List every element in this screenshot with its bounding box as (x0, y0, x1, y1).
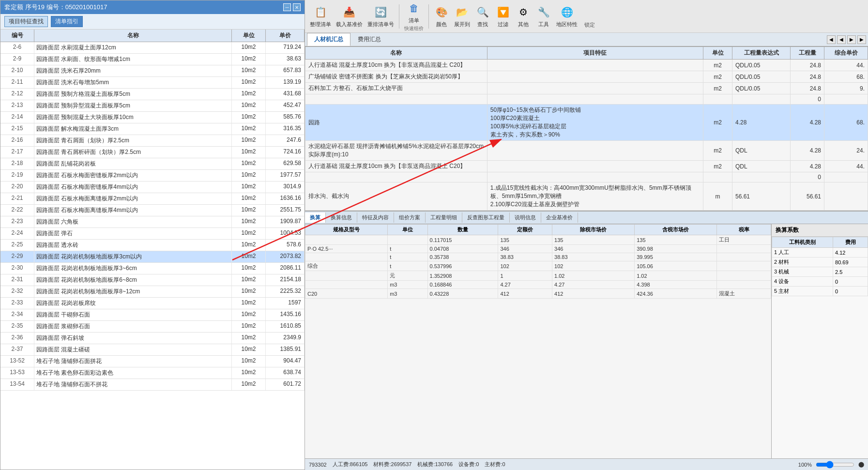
bottom-tab-工程量明细[interactable]: 工程量明细 (426, 212, 462, 223)
coeff-th-value: 费用 (833, 237, 868, 248)
feature-search-btn[interactable]: 项目特征查找 (4, 16, 48, 27)
td-qty: 24.8 (791, 60, 824, 71)
left-row[interactable]: 2-20 园路面层 石板水梅面密缝板厚4mm以内 10m2 3014.9 (0, 182, 305, 193)
bottom-th: 规格及型号 (305, 225, 388, 235)
status-right: 100% ⬤ (798, 461, 864, 469)
td-formula: QDL (732, 141, 791, 161)
left-row[interactable]: 2-11 园路面层 洗米石每增加5mm 10m2 139.19 (0, 77, 305, 89)
left-row[interactable]: 2-35 园路面层 浆砌卵石面 10m2 1610.85 (0, 321, 305, 333)
close-btn[interactable]: ✕ (293, 3, 301, 11)
table-row[interactable]: 人行道基础 混凝土厚度10cm 换为【非泵送商品混凝土 C20】 m2 QDL/… (305, 60, 868, 71)
td-formula: QDL (732, 161, 791, 172)
clear-guide-btn[interactable]: 清单指引 (51, 16, 83, 27)
left-row[interactable]: 2-25 园路面层 透水砖 10m2 578.6 (0, 240, 305, 251)
td-price (824, 182, 868, 211)
minimize-btn[interactable]: ─ (283, 3, 291, 11)
row-name: 园路面层 透水砖 (34, 240, 232, 251)
toolbar-other-btn[interactable]: ⚙ 其他 (514, 3, 533, 29)
toolbar-tidy-btn[interactable]: 📋 整理清单 (308, 3, 333, 29)
left-row[interactable]: 2-23 园路面层 六角板 10m2 1909.87 (0, 216, 305, 228)
toolbar-filter-btn[interactable]: 🔽 过滤 (493, 3, 513, 29)
row-name: 园路面层 干砌卵石面 (34, 309, 232, 320)
toolbar-clear-btn[interactable]: 🗑 清单 快速组价 (402, 0, 426, 33)
left-row[interactable]: 2-36 园路面层 弹石斜坡 10m2 2349.9 (0, 333, 305, 344)
table-row[interactable]: 广场铺铺设 密缝不拼图案 换为【芝麻灰火烧面花岗岩50厚】 m2 QDL/0.0… (305, 71, 868, 83)
bottom-row[interactable]: m3 0.168846 4.27 4.27 4.398 (305, 281, 771, 289)
table-row[interactable]: 0 (305, 94, 868, 105)
left-row[interactable]: 2-19 园路面层 石板水梅面密缝板厚2mm以内 10m2 1977.57 (0, 170, 305, 182)
tab-ctrl-down[interactable]: ◀ (837, 35, 846, 44)
bottom-row[interactable]: 0.117015 135 135 135 工日 (305, 235, 771, 245)
left-row[interactable]: 13-53 堆石子地 素色卵石面彩边素色 10m2 638.74 (0, 367, 305, 379)
bottom-row[interactable]: t 0.35738 38.83 38.83 39.995 (305, 253, 771, 261)
status-total: 793302 (309, 462, 327, 468)
row-name: 园路面层 预制异型混凝土面板厚5cm (34, 100, 232, 111)
toolbar-reset-btn[interactable]: 🔄 重排清单号 (365, 3, 396, 29)
left-row[interactable]: 2-16 园路面层 青石屑面（划块）厚2.5cm 10m2 247.6 (0, 135, 305, 147)
left-row[interactable]: 2-32 园路面层 花岗岩机制板地面板厚8~12cm 10m2 2225.32 (0, 286, 305, 298)
left-row[interactable]: 2-9 园路面层 水刷面、纹形面每增减1cm 10m2 38.63 (0, 54, 305, 65)
status-mainmat: 主材费:0 (485, 461, 505, 468)
tab-ctrl-left[interactable]: ▶ (847, 35, 856, 44)
row-price: 724.16 (266, 147, 305, 158)
toolbar-tool-btn[interactable]: 🔧 工具 (534, 3, 553, 29)
br-extax: 1.02 (552, 271, 635, 281)
table-row[interactable]: 0 (305, 172, 868, 182)
tab-rencaiji[interactable]: 人材机汇总 (307, 33, 350, 46)
bottom-tab-换算信息[interactable]: 换算信息 (326, 212, 357, 223)
region-label: 地区特性 (556, 21, 578, 28)
bottom-row[interactable]: C20 m3 0.43228 412 412 424.36 混凝土 (305, 289, 771, 299)
left-row[interactable]: 2-31 园路面层 花岗岩机制板地面板厚6~8cm 10m2 2154.18 (0, 274, 305, 286)
td-name: 园路 (305, 105, 487, 141)
left-row[interactable]: 2-21 园路面层 石板水梅面离缝板厚2mm以内 10m2 1636.16 (0, 193, 305, 205)
left-row[interactable]: 2-30 园路面层 花岗岩机制板地面板厚3~6cm 10m2 2086.11 (0, 263, 305, 274)
left-row[interactable]: 13-52 堆石子地 蒲铺卵石面拼花 10m2 904.47 (0, 356, 305, 367)
tab-ctrl-right[interactable]: ▶ (857, 35, 866, 44)
td-unit (703, 172, 732, 182)
bottom-tab-换算[interactable]: 换算 (305, 212, 326, 223)
bottom-row[interactable]: 元 1.352908 1 1.02 1.02 (305, 271, 771, 281)
left-row[interactable]: 2-29 园路面层 花岗岩机制板地面板厚3cm以内 10m2 2073.82 (0, 251, 305, 263)
tab-feiyong[interactable]: 费用汇总 (350, 33, 388, 46)
window-controls: ─ ✕ (283, 3, 301, 11)
left-row[interactable]: 2-37 园路面层 混凝土礓磋 10m2 1385.91 (0, 344, 305, 356)
toolbar-color-btn[interactable]: 🎨 颜色 (432, 3, 451, 29)
bottom-tab-企业基准价[interactable]: 企业基准价 (541, 212, 578, 223)
left-row[interactable]: 2-14 园路面层 预制混凝土大块面板厚10cm 10m2 585.76 (0, 112, 305, 123)
bottom-tab-特征及内容[interactable]: 特征及内容 (357, 212, 394, 223)
left-row[interactable]: 2-6 园路面层 水刷混凝土面厚12cm 10m2 719.24 (0, 42, 305, 54)
table-row[interactable]: 人行道基础 混凝土厚度10cm 换为【非泵送商品混凝土 C20】 m2 QDL … (305, 161, 868, 172)
tidy-icon: 📋 (313, 4, 328, 20)
left-row[interactable]: 2-24 园路面层 弹石 10m2 1004.53 (0, 228, 305, 240)
left-row[interactable]: 2-33 园路面层 花岗岩板席纹 10m2 1597 (0, 298, 305, 309)
left-row[interactable]: 2-12 园路面层 预制方格混凝土面板厚5cm 10m2 431.68 (0, 89, 305, 100)
br-extax: 38.83 (552, 253, 635, 261)
toolbar-find-btn[interactable]: 🔍 查找 (473, 3, 492, 29)
bottom-tab-反查图形工程量[interactable]: 反查图形工程量 (462, 212, 510, 223)
color-icon: 🎨 (434, 4, 449, 20)
toolbar-region-btn[interactable]: 🌐 地区特性 (554, 3, 579, 29)
table-row[interactable]: 园路 50厚φ10~15灰色砾石丁步中间散铺 100厚C20素混凝土 100厚5… (305, 105, 868, 141)
table-row[interactable]: 石料加工 方整石、石板加工火烧平面 m2 QDL/0.05 24.8 9. (305, 83, 868, 94)
br-tax: 工日 (717, 235, 771, 245)
left-row[interactable]: 13-54 堆石子地 蒲铺卵石面不拼花 10m2 601.72 (0, 379, 305, 391)
toolbar-load-btn[interactable]: 📥 载入基准价 (334, 3, 365, 29)
left-row[interactable]: 2-17 园路面层 青石屑析碎面（划块）厚2.5cm 10m2 724.16 (0, 147, 305, 158)
row-code: 2-16 (0, 135, 34, 146)
toolbar-expand-btn[interactable]: 📂 展开到 (452, 3, 472, 29)
bottom-tab-组价方案[interactable]: 组价方案 (394, 212, 426, 223)
table-row[interactable]: 水泥稳定碎石基层 现拌沥青摊铺机摊铺5%水泥稳定碎石基层厚20cm 实际厚度(m… (305, 141, 868, 161)
left-row[interactable]: 2-10 园路面层 洗米石厚20mm 10m2 657.83 (0, 65, 305, 77)
table-row[interactable]: 排水沟、截水沟 1.成品15宽线性截水沟：高400mm宽300mmU型树脂排水沟… (305, 182, 868, 211)
tab-ctrl-up[interactable]: ◀ (827, 35, 836, 44)
row-price: 2225.32 (266, 286, 305, 297)
bottom-row[interactable]: 综合 t 0.537996 102 102 105.06 (305, 261, 771, 271)
bottom-row[interactable]: P·O 42.5··· t 0.04708 346 346 390.98 (305, 245, 771, 253)
left-row[interactable]: 2-13 园路面层 预制异型混凝土面板厚5cm 10m2 452.47 (0, 100, 305, 112)
zoom-slider[interactable] (816, 461, 854, 469)
left-row[interactable]: 2-34 园路面层 干砌卵石面 10m2 1435.16 (0, 309, 305, 321)
left-row[interactable]: 2-22 园路面层 石板水梅面离缝板厚4mm以内 10m2 2551.75 (0, 205, 305, 216)
left-row[interactable]: 2-15 园路面层 解水梅混凝土面厚3cm 10m2 316.35 (0, 123, 305, 135)
left-row[interactable]: 2-18 园路面层 乱铺花岗岩板 10m2 629.58 (0, 158, 305, 170)
bottom-tab-说明信息[interactable]: 说明信息 (510, 212, 541, 223)
